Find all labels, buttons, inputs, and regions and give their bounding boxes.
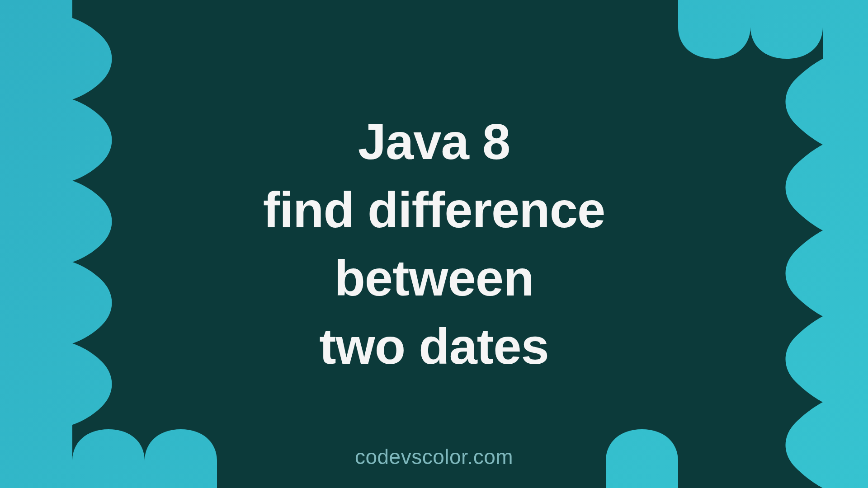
main-content: Java 8 find difference between two dates — [0, 0, 868, 488]
title-line-3: between — [263, 244, 605, 312]
title-line-4: two dates — [263, 312, 605, 380]
banner-title: Java 8 find difference between two dates — [263, 108, 605, 381]
title-line-2: find difference — [263, 176, 605, 244]
title-line-1: Java 8 — [263, 108, 605, 176]
